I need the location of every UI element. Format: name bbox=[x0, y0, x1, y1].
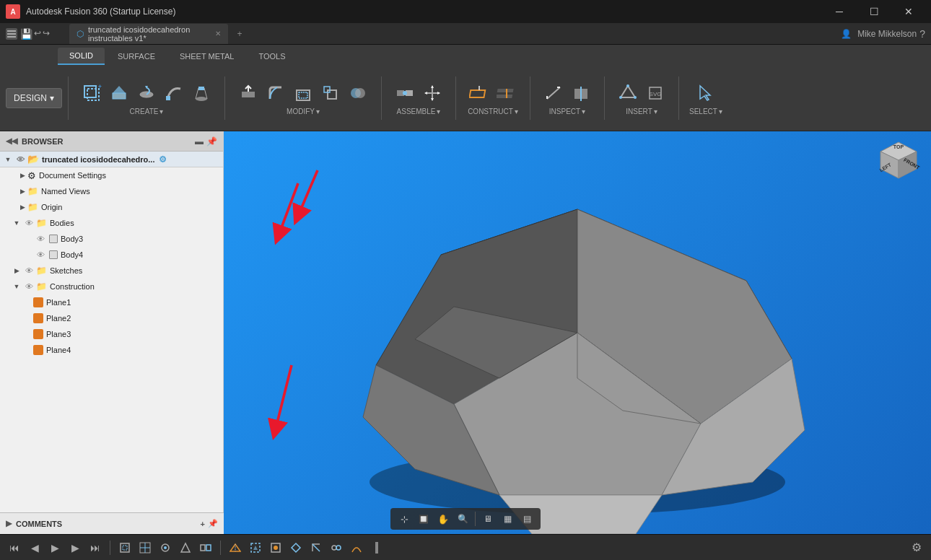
browser-pin-button[interactable]: 📌 bbox=[206, 136, 217, 146]
sketch-tool-4[interactable] bbox=[177, 539, 194, 556]
view-options-button[interactable]: ▤ bbox=[517, 509, 536, 528]
sketch-tool-5[interactable] bbox=[197, 539, 214, 556]
extrude-button[interactable] bbox=[106, 80, 132, 106]
move-button[interactable] bbox=[419, 80, 445, 106]
joint-button[interactable] bbox=[392, 80, 418, 106]
browser-root-node[interactable]: ▼ 👁 📂 truncated icosidodecahedro... ⚙ bbox=[0, 152, 223, 167]
sketch-tool-6[interactable] bbox=[227, 539, 244, 556]
browser-item-origin[interactable]: ▶ 📁 Origin bbox=[0, 199, 223, 215]
new-component-button[interactable] bbox=[79, 80, 105, 106]
construct-group-label[interactable]: CONSTRUCT ▾ bbox=[468, 108, 518, 115]
browser-item-sketches[interactable]: ▶ 👁 📁 Sketches bbox=[0, 263, 223, 279]
sketch-tool-1[interactable] bbox=[116, 539, 134, 556]
sketch-tool-3[interactable] bbox=[157, 539, 174, 556]
browser-item-doc-settings[interactable]: ▶ ⚙ Document Settings bbox=[0, 167, 223, 183]
body3-eye-icon[interactable]: 👁 bbox=[35, 233, 46, 245]
insert-mesh-button[interactable] bbox=[615, 80, 641, 106]
save-icon[interactable]: 💾 bbox=[20, 28, 32, 40]
browser-item-body3[interactable]: 👁 Body3 bbox=[0, 231, 223, 247]
play-button[interactable]: ▶ bbox=[46, 539, 64, 556]
sketch-tool-10[interactable] bbox=[307, 539, 325, 556]
user-icon[interactable]: 👤 bbox=[841, 29, 852, 39]
select-group-label[interactable]: SELECT ▾ bbox=[689, 108, 722, 115]
sketches-expand-icon[interactable]: ▶ bbox=[12, 266, 22, 276]
construction-eye-icon[interactable]: 👁 bbox=[23, 281, 35, 292]
step-back-button[interactable]: ◀ bbox=[26, 539, 43, 556]
root-expand-icon[interactable]: ▼ bbox=[3, 154, 13, 165]
view-cube[interactable]: TOP LEFT FRONT bbox=[873, 139, 924, 189]
shell-button[interactable] bbox=[290, 80, 316, 106]
inspect-group-label[interactable]: INSPECT ▾ bbox=[549, 108, 585, 115]
sketch-tool-2[interactable] bbox=[136, 539, 154, 556]
step-forward-button[interactable]: ▶ bbox=[66, 539, 84, 556]
body4-eye-icon[interactable]: 👁 bbox=[35, 249, 46, 261]
sketch-tool-11[interactable] bbox=[328, 539, 345, 556]
sketch-tool-end[interactable] bbox=[368, 539, 385, 556]
step-back-start-button[interactable]: ⏮ bbox=[6, 539, 23, 556]
comments-expand-icon[interactable]: ▶ bbox=[6, 519, 12, 528]
browser-item-construction[interactable]: ▼ 👁 📁 Construction bbox=[0, 279, 223, 294]
undo-icon[interactable]: ↩ bbox=[34, 28, 41, 40]
menu-icon[interactable] bbox=[6, 28, 17, 40]
new-tab-button[interactable]: + bbox=[231, 25, 248, 43]
help-icon[interactable]: ? bbox=[919, 28, 925, 40]
pan-button[interactable]: ✋ bbox=[434, 509, 453, 528]
browser-collapse-icon[interactable]: ◀◀ bbox=[6, 136, 17, 146]
named-views-expand-icon[interactable]: ▶ bbox=[17, 186, 27, 196]
browser-item-body4[interactable]: 👁 Body4 bbox=[0, 247, 223, 263]
minimize-button[interactable]: ─ bbox=[823, 0, 856, 23]
browser-item-named-views[interactable]: ▶ 📁 Named Views bbox=[0, 183, 223, 199]
zoom-in-button[interactable]: 🔍 bbox=[453, 509, 472, 528]
design-button[interactable]: DESIGN ▾ bbox=[6, 88, 62, 108]
sketch-tool-8[interactable] bbox=[267, 539, 284, 556]
toolbar-tab-tools[interactable]: TOOLS bbox=[247, 48, 297, 65]
comments-bar[interactable]: ▶ COMMENTS + 📌 bbox=[0, 512, 224, 534]
browser-item-plane3[interactable]: Plane3 bbox=[0, 326, 223, 342]
browser-item-plane1[interactable]: Plane1 bbox=[0, 294, 223, 310]
toolbar-tab-sheetmetal[interactable]: SHEET METAL bbox=[168, 48, 245, 65]
origin-expand-icon[interactable]: ▶ bbox=[17, 202, 27, 212]
sketches-eye-icon[interactable]: 👁 bbox=[23, 265, 35, 276]
browser-item-bodies[interactable]: ▼ 👁 📁 Bodies bbox=[0, 215, 223, 231]
section-analysis-button[interactable] bbox=[568, 80, 594, 106]
sweep-button[interactable] bbox=[161, 80, 187, 106]
step-forward-end-button[interactable]: ⏭ bbox=[87, 539, 104, 556]
fillet-button[interactable] bbox=[263, 80, 289, 106]
toolbar-tab-surface[interactable]: SURFACE bbox=[106, 48, 167, 65]
browser-item-plane4[interactable]: Plane4 bbox=[0, 342, 223, 358]
sketch-tool-9[interactable] bbox=[287, 539, 305, 556]
assemble-group-label[interactable]: ASSEMBLE ▾ bbox=[397, 108, 441, 115]
root-eye-icon[interactable]: 👁 bbox=[14, 154, 26, 165]
construction-expand-icon[interactable]: ▼ bbox=[12, 281, 22, 292]
close-button[interactable]: ✕ bbox=[892, 0, 925, 23]
bodies-expand-icon[interactable]: ▼ bbox=[12, 218, 22, 228]
grid-button[interactable]: ▦ bbox=[498, 509, 517, 528]
scale-button[interactable] bbox=[318, 80, 344, 106]
viewport[interactable]: TOP LEFT FRONT ⊹ 🔲 ✋ 🔍 🖥 ▦ ▤ bbox=[224, 131, 931, 534]
select-button[interactable] bbox=[693, 80, 719, 106]
insert-svg-button[interactable]: SVG bbox=[642, 80, 668, 106]
loft-button[interactable] bbox=[188, 80, 214, 106]
zoom-button[interactable]: 🔲 bbox=[414, 509, 433, 528]
redo-icon[interactable]: ↪ bbox=[43, 28, 50, 40]
doc-settings-expand-icon[interactable]: ▶ bbox=[17, 170, 27, 180]
comments-add-icon[interactable]: + bbox=[201, 520, 205, 528]
maximize-button[interactable]: ☐ bbox=[857, 0, 891, 23]
root-settings-icon[interactable]: ⚙ bbox=[159, 154, 167, 165]
offset-plane-button[interactable] bbox=[466, 80, 492, 106]
insert-group-label[interactable]: INSERT ▾ bbox=[626, 108, 657, 115]
fit-to-window-button[interactable]: ⊹ bbox=[395, 509, 414, 528]
measure-button[interactable] bbox=[541, 80, 567, 106]
settings-button[interactable]: ⚙ bbox=[908, 539, 925, 556]
midplane-button[interactable] bbox=[494, 80, 520, 106]
browser-expand-button[interactable]: ▬ bbox=[195, 136, 204, 146]
sketch-tool-7[interactable] bbox=[247, 539, 264, 556]
browser-item-plane2[interactable]: Plane2 bbox=[0, 310, 223, 326]
document-tab[interactable]: ⬡ truncated icosidodecahedron instructab… bbox=[69, 24, 228, 44]
press-pull-button[interactable] bbox=[235, 80, 261, 106]
display-settings-button[interactable]: 🖥 bbox=[478, 509, 497, 528]
modify-group-label[interactable]: MODIFY ▾ bbox=[287, 108, 320, 115]
toolbar-tab-solid[interactable]: SOLID bbox=[58, 48, 105, 65]
tab-close-button[interactable]: ✕ bbox=[215, 30, 221, 38]
revolve-button[interactable] bbox=[134, 80, 159, 106]
